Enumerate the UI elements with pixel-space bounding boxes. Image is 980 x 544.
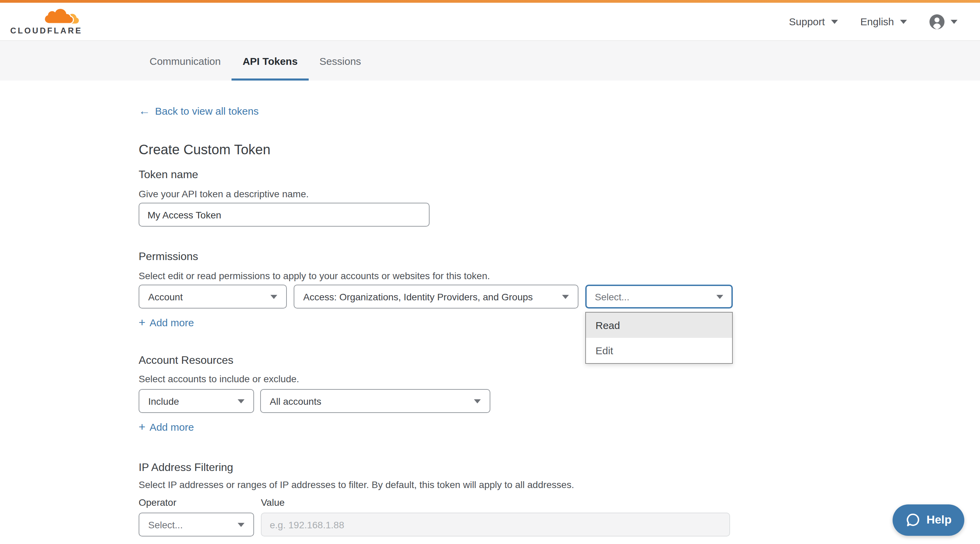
- tab-bar: Communication API Tokens Sessions: [0, 40, 980, 81]
- permission-resource-select[interactable]: Access: Organizations, Identity Provider…: [294, 285, 578, 309]
- tab-sessions[interactable]: Sessions: [309, 41, 372, 81]
- help-button[interactable]: Help: [892, 504, 964, 536]
- account-include-select[interactable]: Include: [138, 389, 254, 413]
- add-more-label: Add more: [150, 317, 194, 328]
- cloudflare-logo-text: CLOUDFLARE: [10, 26, 79, 35]
- page-title: Create Custom Token: [138, 142, 270, 158]
- permission-level-placeholder: Select...: [595, 291, 629, 302]
- ip-filtering-heading: IP Address Filtering: [138, 462, 233, 474]
- account-resources-heading: Account Resources: [138, 354, 233, 366]
- back-to-tokens-link[interactable]: ← Back to view all tokens: [138, 105, 259, 117]
- tab-communication[interactable]: Communication: [138, 41, 232, 81]
- chevron-down-icon: [238, 522, 245, 527]
- account-dropdown[interactable]: [929, 14, 958, 29]
- plus-icon: +: [138, 421, 145, 433]
- chevron-down-icon: [474, 399, 481, 403]
- menu-option-edit[interactable]: Edit: [586, 338, 732, 363]
- permission-level-select[interactable]: Select...: [585, 285, 733, 309]
- add-more-label: Add more: [150, 421, 194, 433]
- operator-label: Operator: [138, 497, 177, 508]
- support-dropdown[interactable]: Support: [789, 16, 838, 27]
- header-menu: Support English: [789, 3, 958, 40]
- language-label: English: [861, 16, 894, 27]
- header: CLOUDFLARE Support English: [0, 3, 980, 40]
- token-name-description: Give your API token a descriptive name.: [138, 189, 309, 199]
- back-link-label: Back to view all tokens: [155, 105, 259, 117]
- ip-filtering-description: Select IP addresses or ranges of IP addr…: [138, 479, 574, 490]
- chevron-down-icon: [270, 295, 277, 299]
- permissions-heading: Permissions: [138, 251, 198, 263]
- value-label: Value: [261, 497, 285, 508]
- brand-orange-bar: [0, 0, 980, 3]
- ip-operator-placeholder: Select...: [148, 519, 183, 530]
- permission-level-menu: Read Edit: [585, 312, 733, 364]
- chat-bubble-icon: [905, 512, 920, 528]
- permissions-add-more-link[interactable]: + Add more: [138, 317, 194, 328]
- token-name-heading: Token name: [138, 168, 198, 181]
- support-label: Support: [789, 16, 825, 27]
- cloudflare-logo[interactable]: CLOUDFLARE: [10, 8, 79, 35]
- chevron-down-icon: [562, 295, 569, 299]
- chevron-down-icon: [716, 295, 723, 299]
- account-scope-select[interactable]: All accounts: [260, 389, 490, 413]
- back-arrow-icon: ←: [138, 105, 150, 117]
- permission-resource-value: Access: Organizations, Identity Provider…: [303, 291, 533, 302]
- account-resources-add-more-link[interactable]: + Add more: [138, 421, 194, 433]
- language-dropdown[interactable]: English: [861, 16, 907, 27]
- permission-scope-select[interactable]: Account: [138, 285, 287, 309]
- chevron-down-icon: [900, 19, 907, 24]
- ip-operator-select[interactable]: Select...: [138, 512, 254, 536]
- account-resources-description: Select accounts to include or exclude.: [138, 373, 299, 384]
- chevron-down-icon: [951, 19, 958, 24]
- chevron-down-icon: [831, 19, 838, 24]
- page: CLOUDFLARE Support English Communic: [0, 0, 980, 544]
- account-scope-value: All accounts: [270, 395, 321, 406]
- plus-icon: +: [138, 317, 145, 328]
- help-button-label: Help: [926, 513, 952, 527]
- cloudflare-cloud-icon: [44, 8, 79, 25]
- token-name-input[interactable]: [138, 203, 430, 227]
- account-include-value: Include: [148, 395, 179, 406]
- permissions-description: Select edit or read permissions to apply…: [138, 270, 490, 281]
- chevron-down-icon: [238, 399, 245, 403]
- permission-scope-value: Account: [148, 291, 183, 302]
- menu-option-read[interactable]: Read: [586, 312, 732, 338]
- ip-value-input[interactable]: [261, 512, 730, 536]
- user-avatar-icon: [929, 14, 945, 29]
- tab-api-tokens[interactable]: API Tokens: [232, 41, 308, 81]
